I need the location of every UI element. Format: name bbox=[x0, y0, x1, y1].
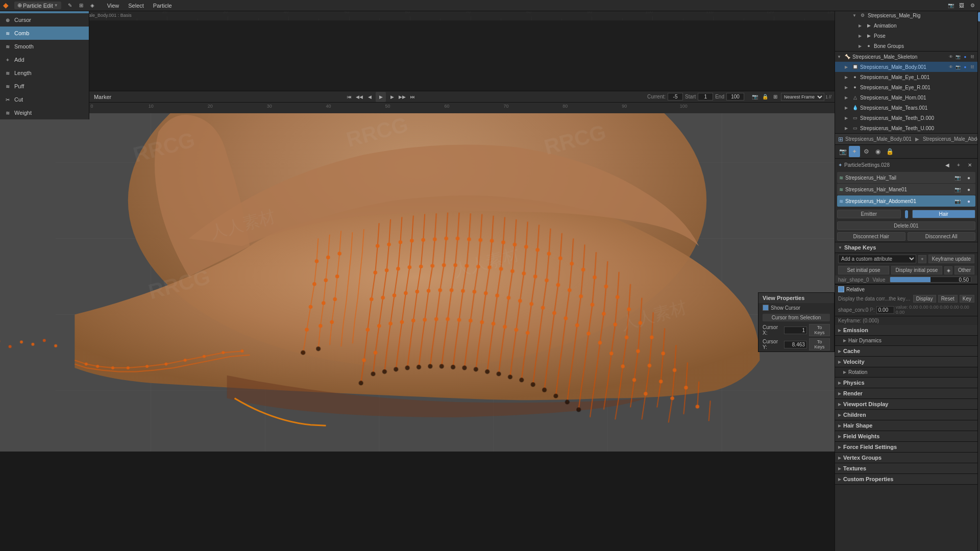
hair-mane[interactable]: ≋ Strepsicerus_Hair_Mane01 📷 ● bbox=[837, 184, 975, 195]
section-cache[interactable]: Cache bbox=[835, 346, 977, 357]
section-physics[interactable]: Physics bbox=[835, 378, 977, 388]
hair-abdomen[interactable]: ≋ Strepsicerus_Hair_Abdomen01 📷 ● bbox=[837, 195, 975, 207]
outliner-item-bonegroups[interactable]: ● Bone Groups bbox=[835, 41, 977, 51]
col-icon-b001[interactable]: ● bbox=[962, 64, 968, 70]
section-hair-shape[interactable]: Hair Shape bbox=[835, 420, 977, 431]
jump-end-btn[interactable]: ⏭ bbox=[408, 93, 416, 101]
menu-view[interactable]: View bbox=[103, 2, 124, 10]
end-frame-input[interactable] bbox=[726, 93, 744, 101]
eye-icon-bs[interactable]: 👁 bbox=[948, 54, 954, 60]
outliner-item-pose[interactable]: ▶ Pose bbox=[835, 31, 977, 41]
hair-mane-render[interactable]: ● bbox=[964, 185, 973, 194]
key-btn[interactable]: Key bbox=[960, 295, 974, 303]
outliner-tears[interactable]: 💧 Strepsicerus_Male_Tears.001 bbox=[835, 103, 977, 113]
tool-icon-3[interactable]: ◈ bbox=[88, 1, 97, 10]
panel-item-add[interactable]: + Add bbox=[0, 53, 89, 66]
section-force-field[interactable]: Force Field Settings bbox=[835, 442, 977, 453]
viewport-icon-2[interactable]: 🔒 bbox=[761, 92, 770, 102]
viewport-icon-3[interactable]: ⊞ bbox=[771, 92, 780, 102]
next-frame-btn[interactable]: ▶ bbox=[388, 93, 396, 101]
tab-modifier-icon[interactable]: ⚙ bbox=[861, 146, 872, 157]
section-emission[interactable]: Emission bbox=[835, 325, 977, 336]
outliner-body-skel[interactable]: 🦴 Strepsicerus_Male_Skeleton 👁 📷 ● ⛓ bbox=[835, 52, 977, 62]
prev-frame-btn[interactable]: ◀ bbox=[365, 93, 374, 101]
tab-render-icon[interactable]: 📷 bbox=[837, 146, 848, 157]
p-value[interactable] bbox=[876, 306, 894, 314]
diamond-icon[interactable]: ◈ bbox=[944, 266, 952, 274]
add-custom-select[interactable]: Add a custom attribute bbox=[838, 255, 916, 263]
shape-keys-header[interactable]: Shape Keys bbox=[835, 242, 977, 253]
disconnect-all-btn[interactable]: Disconnect All bbox=[908, 232, 976, 241]
hair-tail[interactable]: ≋ Strepsicerus_Hair_Tail 📷 ● bbox=[837, 172, 975, 183]
hair-mane-cam[interactable]: 📷 bbox=[953, 185, 962, 194]
emitter-btn[interactable]: Emitter bbox=[837, 210, 901, 218]
start-frame-input[interactable] bbox=[698, 93, 713, 101]
section-vertex-groups[interactable]: Vertex Groups bbox=[835, 453, 977, 463]
timeline-content[interactable] bbox=[0, 20, 835, 91]
section-field-weights[interactable]: Field Weights bbox=[835, 431, 977, 442]
hair-btn[interactable]: Hair bbox=[912, 210, 976, 218]
sidebar-constraint-icon[interactable]: 🔒 bbox=[978, 53, 980, 62]
outliner-horn[interactable]: △ Strepsicerus_Male_Horn.001 bbox=[835, 92, 977, 103]
sidebar-world-icon[interactable]: 🌍 bbox=[978, 94, 980, 103]
delete-btn[interactable]: Delete.001 bbox=[837, 221, 975, 230]
keyframe-update-btn[interactable]: Keyframe update bbox=[928, 255, 974, 263]
panel-item-cursor[interactable]: ⊕ Cursor bbox=[0, 13, 89, 27]
viewport-icon-1[interactable]: 📷 bbox=[750, 92, 760, 102]
panel-item-cut[interactable]: ✂ Cut bbox=[0, 93, 89, 106]
section-rotation[interactable]: Rotation bbox=[835, 367, 977, 378]
sidebar-data-icon[interactable]: 📊 bbox=[978, 73, 980, 83]
chain-icon-bs[interactable]: ⛓ bbox=[969, 54, 975, 60]
cam-icon-bs[interactable]: 📷 bbox=[955, 54, 961, 60]
section-emission-sub[interactable]: Hair Dynamics bbox=[835, 336, 977, 346]
display-initial-btn[interactable]: Display initial pose bbox=[891, 266, 942, 274]
panel-item-length[interactable]: ≋ Length bbox=[0, 66, 89, 80]
show-cursor-checkbox[interactable] bbox=[763, 305, 769, 311]
outliner-item-1[interactable]: ⚙ Strepsicerus_Male_Rig bbox=[835, 10, 977, 20]
ps-icon-browse[interactable]: ◀ bbox=[943, 160, 952, 169]
section-velocity[interactable]: Velocity bbox=[835, 357, 977, 367]
cursor-x-input[interactable] bbox=[784, 327, 807, 334]
shape-key-slider[interactable]: 0.50 bbox=[890, 277, 971, 283]
hair-tail-render[interactable]: ● bbox=[964, 173, 973, 182]
hair-tail-cam[interactable]: 📷 bbox=[953, 173, 962, 182]
tab-object-icon[interactable]: ◉ bbox=[872, 146, 884, 157]
panel-item-puff[interactable]: ≋ Puff bbox=[0, 80, 89, 93]
ps-icon-unlink[interactable]: ✕ bbox=[965, 160, 974, 169]
mode-select[interactable]: ⊕ Particle Edit ▼ bbox=[14, 2, 61, 9]
ps-icon-new[interactable]: + bbox=[954, 160, 963, 169]
icon-settings[interactable]: ⚙ bbox=[968, 1, 977, 10]
outliner-eye-r[interactable]: ● Strepsicerus_Male_Eye_R.001 bbox=[835, 82, 977, 92]
menu-particle[interactable]: Particle bbox=[149, 2, 176, 10]
outliner-item-anim[interactable]: ▶ Animation bbox=[835, 20, 977, 31]
tab-constraint-icon[interactable]: 🔒 bbox=[884, 146, 895, 157]
tool-icon-1[interactable]: ✎ bbox=[65, 1, 75, 10]
tool-icon-2[interactable]: ⊞ bbox=[77, 1, 86, 10]
sidebar-object-icon[interactable]: ◉ bbox=[978, 33, 980, 42]
panel-item-smooth[interactable]: ≋ Smooth bbox=[0, 40, 89, 53]
current-frame-input[interactable] bbox=[668, 93, 683, 101]
disconnect-hair-btn[interactable]: Disconnect Hair bbox=[837, 232, 905, 241]
sidebar-modifier-icon[interactable]: ⚙ bbox=[978, 43, 980, 52]
ch-icon-b001[interactable]: ⛓ bbox=[969, 64, 975, 70]
eye-icon-b001[interactable]: 👁 bbox=[948, 64, 954, 70]
sidebar-material-icon[interactable]: 🎨 bbox=[978, 63, 980, 72]
menu-select[interactable]: Select bbox=[124, 2, 148, 10]
other-btn[interactable]: Other bbox=[954, 266, 974, 274]
icon-cam[interactable]: 📷 bbox=[946, 1, 955, 10]
jump-start-btn[interactable]: ⏮ bbox=[345, 93, 353, 101]
icon-render[interactable]: 🖼 bbox=[957, 1, 966, 10]
cursor-y-tokeys-btn[interactable]: To Keys bbox=[809, 338, 830, 350]
cursor-x-tokeys-btn[interactable]: To Keys bbox=[809, 324, 830, 336]
tab-particle-icon[interactable]: ✦ bbox=[849, 146, 860, 157]
prev-keyframe-btn[interactable]: ◀◀ bbox=[355, 93, 363, 101]
hair-abd-render[interactable]: ● bbox=[964, 196, 973, 206]
display-btn[interactable]: Display bbox=[913, 295, 936, 303]
cursor-from-selection-row[interactable]: Cursor from Selection bbox=[758, 312, 834, 323]
next-keyframe-btn[interactable]: ▶▶ bbox=[398, 93, 406, 101]
outliner-body001[interactable]: 🔲 Strepsicerus_Male_Body.001 👁 📷 ● ⛓ bbox=[835, 62, 977, 72]
section-render[interactable]: Render bbox=[835, 388, 977, 399]
section-custom-props[interactable]: Custom Properties bbox=[835, 474, 977, 485]
outliner-teeth-u[interactable]: ▭ Strepsicerus_Male_Teeth_U.000 bbox=[835, 123, 977, 133]
panel-item-comb[interactable]: ≋ Comb bbox=[0, 27, 89, 40]
